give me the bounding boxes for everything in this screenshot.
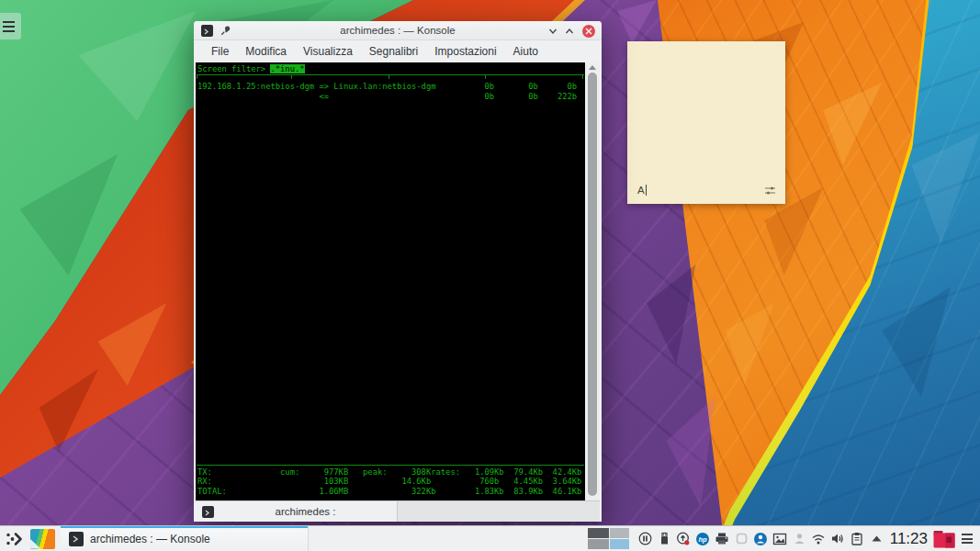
menu-item-segnalibri[interactable]: Segnalibri [361, 41, 426, 62]
totals-total: TOTAL: 1.06MB 322Kb 1.83Kb 83.9Kb 46.1Kb [196, 487, 585, 496]
konsole-icon [69, 532, 84, 546]
terminal-screen[interactable]: Screen filter> .*inu.* 192.168.1.25:netb… [196, 62, 585, 500]
folder-view-launcher[interactable] [30, 529, 55, 549]
scrollbar-thumb[interactable] [588, 73, 597, 496]
sticky-note-widget[interactable]: A [627, 41, 785, 204]
menu-item-file[interactable]: File [203, 41, 237, 62]
clipboard-icon[interactable] [850, 531, 865, 546]
expand-tray-icon[interactable] [869, 531, 884, 546]
user-blue-icon[interactable] [753, 531, 769, 546]
text-cursor-icon [646, 185, 647, 196]
volume-icon[interactable] [830, 531, 846, 546]
window-titlebar[interactable]: archimedes : — Konsole [194, 21, 602, 40]
desktop-4-active[interactable] [610, 539, 629, 549]
printer-icon[interactable] [715, 531, 730, 546]
menu-icon [3, 21, 21, 23]
flow-row-tx: 192.168.1.25:netbios-dgm => Linux.lan:ne… [197, 82, 585, 91]
konsole-window: archimedes : — Konsole File Modifica Vis… [194, 21, 602, 522]
panel-menu-icon [962, 534, 973, 535]
konsole-icon [202, 506, 214, 518]
desktop: A archimedes : — Konsole [0, 0, 980, 551]
update-notifier-icon[interactable] [676, 531, 692, 546]
totals-separator [197, 465, 584, 466]
desktop-3[interactable] [588, 539, 609, 549]
maximize-button[interactable] [563, 25, 576, 38]
image-viewer-icon[interactable] [772, 531, 788, 546]
minimize-button[interactable] [546, 25, 559, 38]
svg-text:hp: hp [699, 534, 708, 543]
usb-device-icon[interactable] [657, 531, 672, 546]
tab-label: archimedes : [214, 506, 397, 517]
desktop-1[interactable] [588, 528, 609, 538]
hp-device-icon[interactable]: hp [695, 531, 711, 546]
window-title: archimedes : — Konsole [194, 21, 602, 40]
scroll-up-arrow-icon[interactable] [589, 65, 596, 70]
launcher-dots-icon [6, 531, 24, 547]
klipper-icon[interactable] [734, 531, 749, 546]
iftop-totals: TX: cum: 977KB peak: 308Krates: 1.09Kb 7… [196, 465, 585, 496]
settings-sliders-icon[interactable] [764, 186, 776, 196]
folder-red-icon[interactable] [931, 528, 957, 550]
application-launcher-button[interactable] [2, 527, 28, 551]
user-offline-icon[interactable] [792, 531, 807, 546]
note-text[interactable]: A [637, 185, 647, 196]
system-tray: hp [637, 531, 884, 546]
menu-item-impostazioni[interactable]: Impostazioni [426, 41, 504, 62]
filter-value: .*inu.* [270, 64, 304, 73]
totals-tx: TX: cum: 977KB peak: 308Krates: 1.09Kb 7… [196, 467, 585, 477]
taskbar-panel: archimedes : — Konsole hp [0, 525, 980, 551]
menu-item-aiuto[interactable]: Aiuto [505, 41, 546, 62]
scrollbar[interactable] [585, 62, 600, 500]
iftop-filter-line: Screen filter> .*inu.* [196, 62, 585, 73]
desktop-2[interactable] [610, 528, 629, 538]
flow-row-rx: <= 0b 0b 222b [197, 92, 585, 101]
desktop-thumbnail-icon [30, 529, 55, 549]
virtual-desktop-pager[interactable] [588, 528, 629, 549]
panel-toolbox-button[interactable] [962, 534, 973, 544]
tab-archimedes[interactable]: archimedes : [196, 501, 398, 522]
digital-clock[interactable]: 11:23 [890, 530, 928, 548]
menu-bar: File Modifica Visualizza Segnalibri Impo… [194, 41, 602, 62]
menu-item-visualizza[interactable]: Visualizza [295, 41, 361, 62]
menu-item-modifica[interactable]: Modifica [237, 41, 295, 62]
task-label: archimedes : — Konsole [90, 533, 210, 545]
wifi-icon[interactable] [811, 531, 827, 546]
tab-bar: archimedes : [196, 500, 600, 522]
bandwidth-scale-ruler [197, 74, 584, 79]
media-pause-icon[interactable] [637, 531, 653, 546]
desktop-toolbox-button[interactable] [0, 13, 21, 39]
totals-rx: RX: 103KB 14.6Kb 760b 4.45Kb 3.64Kb [196, 477, 585, 486]
close-button[interactable] [582, 25, 595, 38]
task-button-konsole[interactable]: archimedes : — Konsole [61, 526, 309, 551]
